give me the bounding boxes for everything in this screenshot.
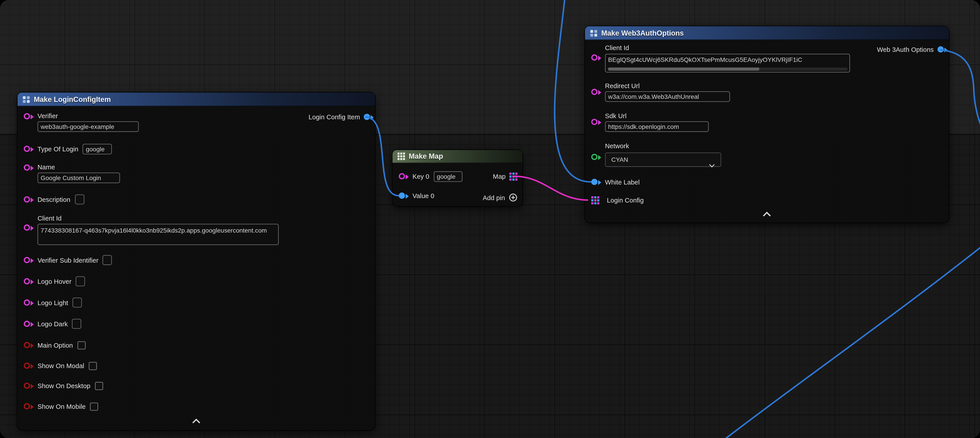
node-make-web3authoptions[interactable]: Make Web3AuthOptions Web 3Auth Options C…: [585, 26, 949, 223]
name-input[interactable]: Google Custom Login: [38, 172, 120, 183]
collapse-node-button[interactable]: [763, 211, 771, 216]
verifier-sub-identifier-input[interactable]: [103, 255, 112, 265]
pin-label-client-id: Client Id: [38, 214, 279, 223]
pin-label-redirect-url: Redirect Url: [605, 82, 730, 90]
pin-name[interactable]: [24, 164, 30, 171]
node-header-make-web3authoptions[interactable]: Make Web3AuthOptions: [585, 26, 949, 40]
client-id-input[interactable]: BEglQSgt4cUWcj6SKRdu5QkOXTsePmMcusG5EAoy…: [605, 54, 850, 73]
pin-row-login-config: Login Config: [591, 195, 644, 205]
wire-map-to-loginconfig[interactable]: [514, 176, 588, 200]
pin-row-main-option: Main Option: [24, 340, 86, 350]
pin-label-show-on-desktop: Show On Desktop: [38, 382, 91, 390]
pin-label-web3auth-options: Web 3Auth Options: [877, 45, 934, 54]
node-title: Make LoginConfigItem: [34, 95, 111, 103]
pin-label-show-on-mobile: Show On Mobile: [38, 402, 86, 410]
client-id-input[interactable]: 774338308167-q463s7kpvja16l4l0kko3nb925i…: [38, 224, 279, 245]
chevron-up-icon: [192, 418, 200, 423]
pin-description[interactable]: [24, 196, 30, 202]
pin-network[interactable]: [591, 154, 598, 160]
show-on-modal-checkbox[interactable]: [89, 362, 97, 370]
chevron-down-icon: [709, 159, 715, 170]
node-header-make-loginconfigitem[interactable]: Make LoginConfigItem: [18, 92, 375, 107]
pin-row-logo-hover: Logo Hover: [24, 276, 85, 286]
pin-verifier[interactable]: [24, 113, 30, 119]
map-container-icon: [398, 153, 405, 160]
description-input[interactable]: [75, 194, 84, 204]
pin-sdk-url[interactable]: [591, 119, 598, 125]
pin-client-id[interactable]: [591, 54, 598, 61]
pin-row-show-on-desktop: Show On Desktop: [24, 381, 103, 390]
pin-white-label[interactable]: [591, 179, 598, 185]
scrollbar-thumb[interactable]: [608, 67, 759, 70]
node-header-make-map[interactable]: Make Map: [393, 150, 522, 163]
main-option-checkbox[interactable]: [77, 341, 86, 349]
pin-show-on-modal[interactable]: [24, 363, 30, 369]
pin-row-map-output: Map: [493, 171, 518, 182]
pin-label-logo-dark: Logo Dark: [38, 320, 68, 328]
pin-output-web3auth-options[interactable]: [937, 46, 944, 53]
pin-row-client-id: Client Id 774338308167-q463s7kpvja16l4l0…: [24, 214, 279, 245]
pin-label-network: Network: [605, 142, 721, 150]
pin-label-main-option: Main Option: [38, 341, 73, 349]
key-0-input[interactable]: google: [434, 171, 462, 182]
node-make-map[interactable]: Make Map Key 0 google Map Value 0 Add pi…: [393, 150, 522, 206]
pin-row-key-0: Key 0 google: [399, 171, 462, 182]
sdk-url-input[interactable]: https://sdk.openlogin.com: [605, 121, 709, 132]
pin-logo-dark[interactable]: [24, 321, 30, 327]
pin-label-verifier-sub-identifier: Verifier Sub Identifier: [38, 256, 99, 264]
collapse-node-button[interactable]: [192, 418, 200, 423]
pin-row-white-label: White Label: [591, 177, 640, 187]
logo-light-input[interactable]: [73, 298, 82, 307]
logo-dark-input[interactable]: [72, 319, 81, 329]
pin-label-name: Name: [38, 163, 120, 171]
pin-row-type-of-login: Type Of Login google: [24, 144, 112, 154]
graph-canvas[interactable]: Make LoginConfigItem Login Config Item V…: [0, 0, 980, 438]
pin-row-client-id: Client Id BEglQSgt4cUWcj6SKRdu5QkOXTsePm…: [591, 44, 850, 73]
pin-show-on-desktop[interactable]: [24, 382, 30, 389]
pin-redirect-url[interactable]: [591, 89, 598, 95]
pin-output-login-config-item[interactable]: [364, 114, 370, 120]
chevron-up-icon: [763, 211, 771, 216]
pin-row-logo-dark: Logo Dark: [24, 319, 82, 329]
verifier-input[interactable]: web3auth-google-example: [38, 121, 139, 132]
make-struct-icon: [590, 29, 598, 37]
pin-label-login-config-item: Login Config Item: [309, 113, 360, 121]
client-id-scrollbar[interactable]: [608, 67, 848, 70]
pin-logo-hover[interactable]: [24, 278, 30, 284]
pin-label-value-0: Value 0: [412, 192, 434, 200]
wire-offscreen-diagonal[interactable]: [719, 244, 980, 438]
type-of-login-input[interactable]: google: [83, 143, 112, 154]
logo-hover-input[interactable]: [76, 276, 85, 286]
pin-verifier-sub-identifier[interactable]: [24, 257, 30, 263]
pin-client-id[interactable]: [24, 225, 30, 231]
pin-value-0[interactable]: [399, 193, 405, 199]
show-on-mobile-checkbox[interactable]: [90, 402, 99, 410]
pin-row-value-0: Value 0: [399, 191, 434, 201]
add-pin-button[interactable]: [509, 193, 517, 202]
pin-label-white-label: White Label: [605, 178, 640, 186]
pin-label-key-0: Key 0: [412, 172, 429, 180]
show-on-desktop-checkbox[interactable]: [95, 382, 103, 390]
pin-output-map[interactable]: [509, 172, 518, 180]
pin-row-name: Name Google Custom Login: [24, 163, 120, 183]
pin-show-on-mobile[interactable]: [24, 403, 30, 409]
pin-label-logo-light: Logo Light: [38, 298, 68, 307]
pin-label-sdk-url: Sdk Url: [605, 112, 709, 120]
pin-main-option[interactable]: [24, 342, 30, 348]
network-select[interactable]: CYAN: [605, 153, 721, 167]
redirect-url-input[interactable]: w3a://com.w3a.Web3AuthUnreal: [605, 91, 730, 102]
pin-row-output: Web 3Auth Options: [877, 44, 944, 54]
pin-login-config[interactable]: [591, 196, 600, 204]
pin-logo-light[interactable]: [24, 299, 30, 306]
pin-key-0[interactable]: [399, 173, 405, 179]
pin-label-type-of-login: Type Of Login: [38, 145, 78, 153]
pin-label-map: Map: [493, 172, 506, 180]
pin-row-logo-light: Logo Light: [24, 298, 82, 307]
pin-type-of-login[interactable]: [24, 145, 30, 152]
make-struct-icon: [22, 95, 30, 103]
node-title: Make Map: [409, 153, 443, 160]
pin-row-verifier-sub-identifier: Verifier Sub Identifier: [24, 255, 112, 265]
node-make-loginconfigitem[interactable]: Make LoginConfigItem Login Config Item V…: [18, 92, 375, 430]
pin-label-show-on-modal: Show On Modal: [38, 362, 84, 370]
pin-row-show-on-modal: Show On Modal: [24, 361, 97, 371]
